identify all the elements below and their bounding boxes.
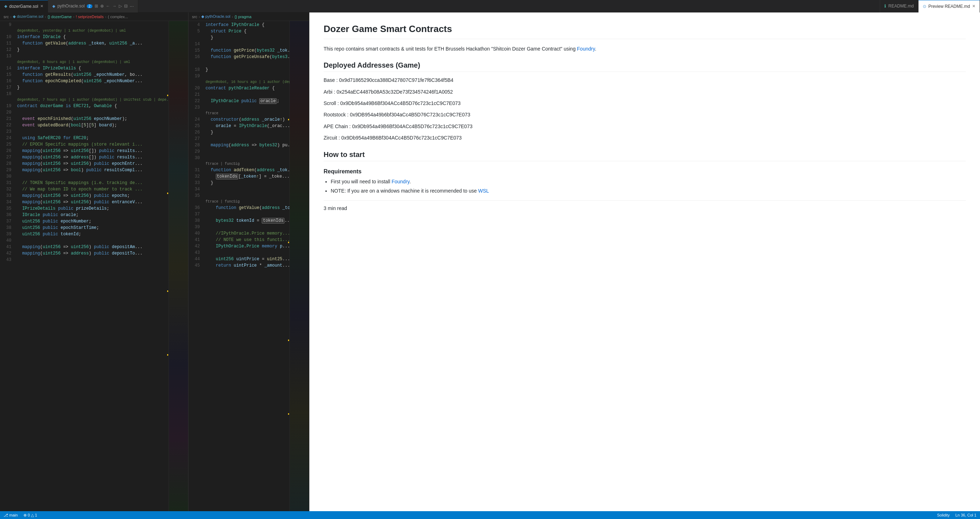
address-scroll: Scroll : 0x9Db954a49B6Bf304ACc4B5D76c723… xyxy=(324,99,966,107)
git-branch: ⎇ main xyxy=(3,513,18,517)
code-text-left[interactable]: degenRobot, yesterday | 1 author (degenR… xyxy=(15,21,188,511)
status-line-col: Ln 36, Col 1 xyxy=(956,513,977,517)
close-preview[interactable]: ✕ xyxy=(972,4,975,8)
status-bar: ⎇ main ⊗ 0 △ 1 Solidity Ln 36, Col 1 xyxy=(0,511,980,519)
wsl-link[interactable]: WSL xyxy=(478,188,489,194)
tab-icon-back[interactable]: ← xyxy=(106,3,110,8)
close-tab-1[interactable]: ✕ xyxy=(40,4,43,8)
req-item-2: NOTE: If you are on a windows machine it… xyxy=(331,187,966,195)
tab-more[interactable]: ··· xyxy=(130,3,134,9)
tab-icon-fwd[interactable]: → xyxy=(112,3,117,8)
tab-pythoracle[interactable]: ◆ pythOracle.sol 2 ⊞ ⊕ ← → ▷ ⊟ ··· xyxy=(48,0,138,13)
status-errors: ⊗ 0 △ 1 xyxy=(24,513,37,517)
line-numbers-right: 4 5 14 15 16 18 19 20 21 22 23 xyxy=(188,21,204,511)
readme-title: Dozer Game Smart Contracts xyxy=(324,23,966,39)
readme-intro: This repo contains smart contracts & uni… xyxy=(324,45,966,53)
address-zircuit: Zircuit : 0x9Db954a49B6Bf304ACc4B5D76c72… xyxy=(324,134,966,142)
readme-icon: ℹ xyxy=(885,3,886,8)
tab-bar: ◆ dozerGame.sol ✕ ◆ pythOracle.sol 2 ⊞ ⊕… xyxy=(0,0,980,13)
right-code-panel: src › ◆ pythOracle.sol › {} pragma 4 5 1… xyxy=(188,13,309,511)
token-ids-highlight-2: tokenIds xyxy=(262,218,285,224)
sol-icon: ◆ xyxy=(4,4,7,8)
right-breadcrumb: src › ◆ pythOracle.sol › {} pragma xyxy=(188,13,309,21)
how-to-start-heading: How to start xyxy=(324,150,966,161)
minimap-left[interactable] xyxy=(169,21,188,511)
left-code-panel: src › ◆ dozerGame.sol › {} dozerGame › !… xyxy=(0,13,188,511)
readme-panel-wrapper: Dozer Game Smart Contracts This repo con… xyxy=(309,13,980,511)
tab-badge: 2 xyxy=(87,4,92,8)
requirements-heading: Requirements xyxy=(324,168,966,175)
address-arbi: Arbi : 0x254aEC4487b08A53c32De73f2345742… xyxy=(324,88,966,96)
left-breadcrumb: src › ◆ dozerGame.sol › {} dozerGame › !… xyxy=(0,13,188,21)
req-item-1: First you will need to install Foundry. xyxy=(331,177,966,185)
sol-icon-2: ◆ xyxy=(52,4,55,8)
tab-dozergame[interactable]: ◆ dozerGame.sol ✕ xyxy=(0,0,48,13)
requirements-list: First you will need to install Foundry. … xyxy=(331,177,966,195)
minimap-right[interactable] xyxy=(290,21,309,511)
left-code-area[interactable]: 9 10 11 12 13 14 15 16 17 18 19 xyxy=(0,21,188,511)
address-ape: APE Chain : 0x9Db954a49B6Bf304ACc4B5D76c… xyxy=(324,123,966,130)
line-numbers-left: 9 10 11 12 13 14 15 16 17 18 19 xyxy=(0,21,15,511)
status-encoding: Solidity xyxy=(937,513,950,517)
tab-icon-copy[interactable]: ⊞ xyxy=(95,3,98,8)
tab-preview-readme[interactable]: ⊙ Preview README.md ✕ xyxy=(918,0,980,13)
tab-icon-run[interactable]: ▷ xyxy=(119,3,122,8)
oracle-highlight: oracle xyxy=(259,98,277,104)
read-time: 3 min read xyxy=(324,200,966,212)
tab-readme[interactable]: ℹ README.md xyxy=(880,0,918,13)
address-rootstock: Rootstock : 0x9DB954a49b6bf304aCc4B5D76C… xyxy=(324,111,966,118)
preview-icon: ⊙ xyxy=(923,4,926,9)
token-ids-highlight: tokenIds xyxy=(216,174,239,179)
address-base: Base : 0x9d71865290cca388D427807C971fe7f… xyxy=(324,76,966,84)
tab-icon-split[interactable]: ⊟ xyxy=(124,3,128,8)
right-code-area[interactable]: 4 5 14 15 16 18 19 20 21 22 23 xyxy=(188,21,309,511)
tab-icon-search[interactable]: ⊕ xyxy=(100,3,104,8)
foundry-link-1[interactable]: Foundry xyxy=(577,46,595,52)
deployed-addresses-heading: Deployed Addresses (Game) xyxy=(324,61,966,72)
foundry-link-2[interactable]: Foundry xyxy=(391,179,409,184)
readme-content[interactable]: Dozer Game Smart Contracts This repo con… xyxy=(309,13,980,511)
